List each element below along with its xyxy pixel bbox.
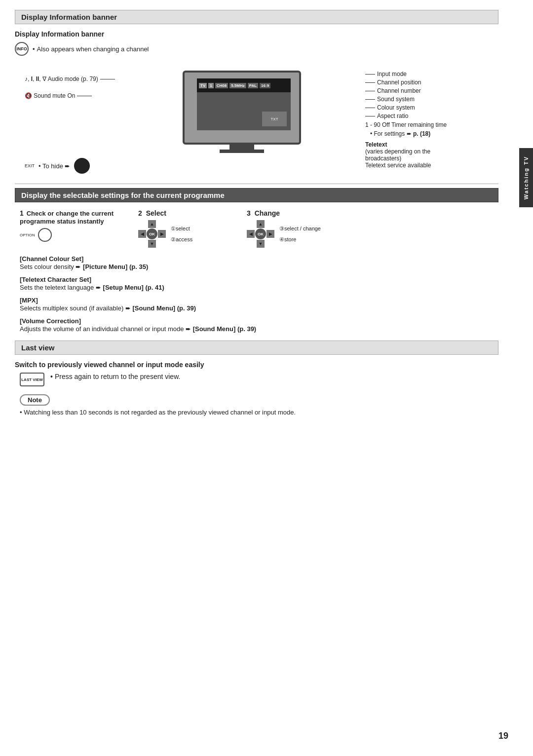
sound-mute-text: 🔇 Sound mute On (25, 92, 75, 99)
channel-position-line (365, 82, 375, 83)
step3-store-label: ④store (279, 234, 321, 245)
step2-dpad-row: ▲ ▼ ◀ ▶ OK ①select ②access (138, 220, 237, 248)
step3-labels: ③select / change ④store (279, 223, 321, 245)
teletext-desc3: Teletext service available (365, 162, 498, 169)
step2-title-row: 2 Select (138, 209, 237, 217)
aspect-ratio-line (365, 116, 375, 116)
tv-stand (229, 145, 254, 150)
pal-badge: PAL (248, 83, 258, 88)
dpad-right[interactable]: ▶ (158, 230, 166, 238)
channel-colour-set-desc: Sets colour density ➨ [Picture Menu] (p.… (20, 263, 148, 270)
exit-small-label: EXIT (25, 163, 35, 168)
section1-subtitle: Display Information banner (15, 30, 498, 38)
diagram-wrapper: ♪, I, II, ∇ Audio mode (p. 79) 🔇 Sound m… (25, 61, 498, 153)
input-mode-line (365, 74, 375, 75)
right-annotations: Input mode Channel position Channel numb… (365, 71, 498, 169)
mpx-item: [MPX] Selects multiplex sound (if availa… (20, 296, 494, 312)
volume-correction-title: [Volume Correction] (20, 317, 81, 325)
teletext-block: Teletext (varies depending on the broadc… (365, 141, 498, 169)
step2-access-label: ②access (171, 234, 192, 245)
info-circle: INFO (15, 42, 29, 56)
step1: 1 Check or change the current programme … (20, 209, 128, 242)
channel-number-row: Channel number (365, 87, 498, 94)
colour-system-text: Colour system (377, 104, 415, 111)
teletext-icon-box: TXT (262, 112, 287, 126)
tv-diagram: TV 1 CH08 5.5MHz PAL 16:9 TXT (183, 61, 301, 153)
note-text: • Watching less than 10 seconds is not r… (20, 409, 498, 416)
section2-header: Display the selectable settings for the … (15, 188, 498, 202)
aspect-ratio-row: Aspect ratio (365, 113, 498, 119)
tv-screen: TV 1 CH08 5.5MHz PAL 16:9 TXT (197, 78, 291, 130)
volume-correction-item: [Volume Correction] Adjusts the volume o… (20, 317, 494, 333)
press-again-text: Press again to return to the present vie… (50, 373, 180, 380)
divider1 (15, 184, 498, 184)
exit-button[interactable] (74, 158, 90, 174)
dpad-up[interactable]: ▲ (148, 220, 156, 228)
last-view-section: Last view Switch to previously viewed ch… (15, 340, 498, 416)
info-button-row: INFO Also appears when changing a channe… (15, 42, 498, 56)
teletext-desc1: (varies depending on the (365, 148, 498, 155)
step3-dpad[interactable]: ▲ ▼ ◀ ▶ OK (247, 220, 274, 248)
step2-dpad[interactable]: ▲ ▼ ◀ ▶ OK (138, 220, 166, 248)
info-label: INFO (16, 46, 27, 51)
note-box: Note (20, 394, 50, 406)
teletext-char-set: [Teletext Character Set] Sets the telete… (20, 275, 494, 291)
teletext-title: Teletext (365, 141, 498, 148)
colour-system-line (365, 108, 375, 108)
for-settings-row: • For settings ➨ p. (18) (370, 130, 498, 137)
step1-title: 1 Check or change the current programme … (20, 209, 128, 225)
step3-dpad-row: ▲ ▼ ◀ ▶ OK ③select / change ④store (247, 220, 365, 248)
last-view-button-label: LAST VIEW (21, 378, 43, 382)
step3-title-text: Change (255, 209, 280, 217)
aspect-ratio-text: Aspect ratio (377, 113, 408, 119)
audio-mode-text: ♪, I, II, ∇ Audio mode (p. 79) (25, 76, 98, 82)
step2-title-text: Select (146, 209, 166, 217)
dpad-left[interactable]: ◀ (138, 230, 146, 238)
channel-number-line (365, 91, 375, 91)
step3-dpad-up[interactable]: ▲ (257, 220, 265, 228)
section3-subtitle: Switch to previously viewed channel or i… (15, 361, 498, 369)
tv-info-bar: TV 1 CH08 5.5MHz PAL 16:9 (197, 78, 291, 92)
sound-mute-row: 🔇 Sound mute On (25, 92, 123, 99)
step3-select-label: ③select / change (279, 223, 321, 234)
press-again-bullet: Press again to return to the present vie… (50, 373, 180, 380)
display-info-section: Display Information banner Display Infor… (15, 10, 498, 174)
last-view-button[interactable]: LAST VIEW (20, 373, 44, 386)
input-mode-row: Input mode (365, 71, 498, 77)
section1-header: Display Information banner (15, 10, 498, 24)
option-label: OPTION (20, 233, 35, 237)
step3: 3 Change ▲ ▼ ◀ ▶ OK ③select / change ④st… (247, 209, 365, 248)
step3-num: 3 (247, 209, 251, 217)
channel-colour-set: [Channel Colour Set] Sets colour density… (20, 255, 494, 270)
sound-system-text: Sound system (377, 96, 415, 103)
step2: 2 Select ▲ ▼ ◀ ▶ OK ①select ②access (138, 209, 237, 248)
page-number: 19 (498, 731, 508, 741)
step1-title-text: Check or change the current programme st… (20, 210, 114, 225)
audio-mode-row: ♪, I, II, ∇ Audio mode (p. 79) (25, 76, 123, 82)
audio-line (100, 79, 115, 79)
teletext-icon-text: TXT (270, 117, 278, 121)
watching-tv-tab: Watching TV (519, 148, 533, 207)
left-annotations: ♪, I, II, ∇ Audio mode (p. 79) 🔇 Sound m… (25, 76, 123, 103)
step3-dpad-down[interactable]: ▼ (257, 240, 265, 248)
channel-colour-set-title: [Channel Colour Set] (20, 255, 83, 263)
tv-outer: TV 1 CH08 5.5MHz PAL 16:9 TXT (183, 71, 301, 145)
step1-button-row: OPTION (20, 228, 128, 242)
step3-dpad-left[interactable]: ◀ (247, 230, 255, 238)
channel-position-text: Channel position (377, 79, 421, 86)
step2-labels: ①select ②access (171, 223, 192, 245)
for-settings-text: • For settings ➨ p. (18) (370, 130, 430, 137)
section3-header: Last view (15, 340, 498, 355)
switch-row: LAST VIEW Press again to return to the p… (20, 373, 494, 386)
option-circle[interactable] (38, 228, 52, 242)
dpad-down[interactable]: ▼ (148, 240, 156, 248)
sound-mute-line (77, 96, 92, 96)
step3-dpad-right[interactable]: ▶ (266, 230, 274, 238)
off-timer-row: 1 - 90 Off Timer remaining time (365, 121, 498, 128)
ratio-badge: 16:9 (260, 83, 270, 88)
settings-items: [Channel Colour Set] Sets colour density… (20, 255, 494, 333)
dpad-ok[interactable]: OK (147, 228, 157, 239)
steps-row: 1 Check or change the current programme … (20, 209, 494, 248)
step3-dpad-ok[interactable]: OK (255, 228, 266, 239)
sound-system-line (365, 99, 375, 100)
